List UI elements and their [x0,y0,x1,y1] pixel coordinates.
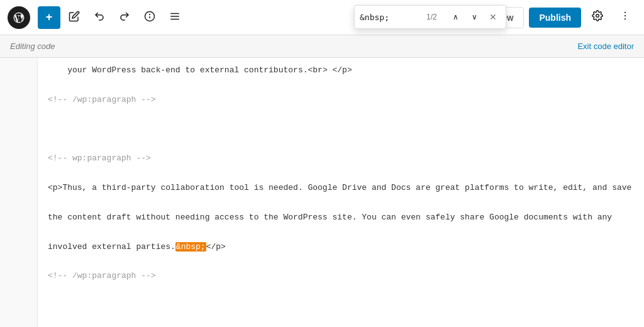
add-block-button[interactable]: + [38,6,60,29]
code-line-paragraph: <p>Thus, a third-party collaboration too… [48,180,634,195]
code-line [48,196,634,210]
find-count: 1/2 [426,13,444,21]
find-input[interactable] [360,13,423,22]
publish-button[interactable]: Publish [529,8,581,28]
code-line-comment: <!-- wp:paragraph --> [48,151,634,165]
wp-logo[interactable] [8,6,30,29]
edit-icon [69,11,80,25]
svg-point-7 [625,12,626,13]
find-close-button[interactable]: ✕ [486,9,501,25]
settings-button[interactable] [586,6,609,29]
code-line [48,254,634,269]
chevron-down-icon: ∨ [472,13,477,21]
svg-point-6 [596,14,599,18]
info-button[interactable] [138,6,161,29]
info-icon [144,11,155,25]
close-icon: ✕ [489,12,497,22]
list-view-button[interactable] [164,6,186,29]
plus-icon: + [46,11,53,24]
find-bar: 1/2 ∧ ∨ ✕ [354,5,506,29]
redo-button[interactable] [113,6,136,29]
code-line-comment: <!-- /wp:paragraph --> [48,92,634,107]
code-line [48,166,634,180]
undo-button[interactable] [88,6,111,29]
code-line [48,284,634,298]
editing-code-label: Editing code [10,42,55,51]
code-editor[interactable]: your WordPress back-end to external cont… [38,58,644,327]
code-line-nbsp-1: involved external parties.&nbsp;</p> [48,240,634,254]
exit-code-editor-link[interactable]: Exit code editor [577,42,634,51]
code-line [48,107,634,121]
edit-button[interactable] [63,6,86,29]
more-options-button[interactable] [614,6,636,29]
svg-point-9 [625,18,626,19]
nbsp-highlight-orange: &nbsp; [175,242,206,252]
status-bar: Editing code Exit code editor [0,35,644,58]
code-line [48,313,634,327]
undo-icon [94,11,105,25]
gear-icon [592,10,603,25]
code-line: the content draft without needing access… [48,210,634,224]
code-line [48,224,634,239]
find-prev-button[interactable]: ∧ [448,9,463,25]
code-line-comment: <!-- /wp:paragraph --> [48,269,634,283]
editor-wrapper: your WordPress back-end to external cont… [0,58,644,327]
line-gutter [0,58,38,327]
svg-point-8 [625,15,626,16]
code-line [48,136,634,151]
code-line: your WordPress back-end to external cont… [48,63,634,77]
dots-icon [619,10,631,25]
redo-icon [119,11,130,25]
find-next-button[interactable]: ∨ [467,9,482,25]
code-line [48,77,634,92]
chevron-up-icon: ∧ [453,13,458,21]
code-line [48,122,634,136]
code-line [48,298,634,313]
toolbar: + [0,0,644,35]
list-icon [169,11,180,25]
wordpress-icon [13,11,25,24]
